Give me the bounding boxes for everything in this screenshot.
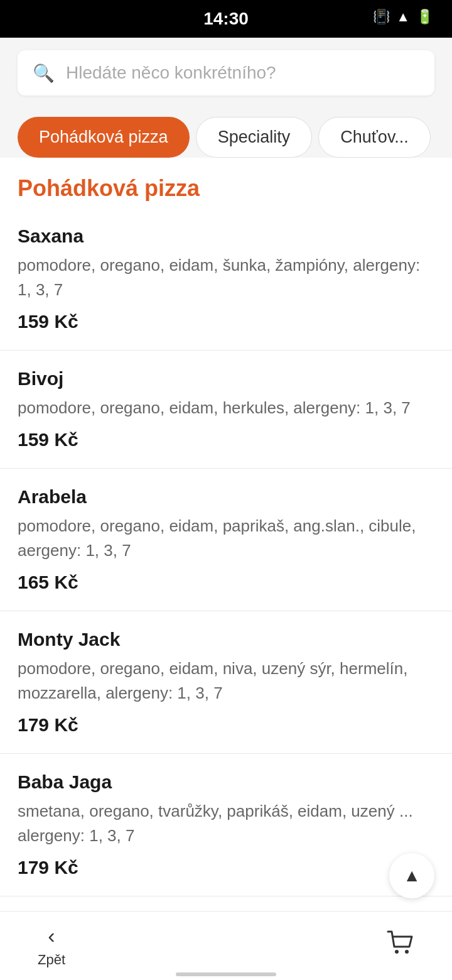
battery-icon: 🔋 xyxy=(416,9,433,25)
menu-item[interactable]: Baba Jaga smetana, oregano, tvarůžky, pa… xyxy=(0,754,452,896)
svg-point-0 xyxy=(395,950,399,954)
tab-chutova[interactable]: Chuťov... xyxy=(318,117,431,158)
wifi-icon: ▲ xyxy=(396,9,410,25)
chevron-up-icon: ▲ xyxy=(403,866,421,886)
svg-point-1 xyxy=(405,950,409,954)
item-name: Monty Jack xyxy=(18,629,434,650)
item-description: pomodore, oregano, eidam, šunka, žampión… xyxy=(18,253,434,302)
item-price: 179 Kč xyxy=(18,857,434,878)
home-indicator xyxy=(176,972,276,976)
tab-speciality[interactable]: Speciality xyxy=(196,117,313,158)
tab-pohadkova-pizza[interactable]: Pohádková pizza xyxy=(18,117,190,158)
status-time: 14:30 xyxy=(203,9,249,29)
back-label: Zpět xyxy=(38,952,65,968)
status-icons: 📳 ▲ 🔋 xyxy=(373,9,433,25)
item-name: Bivoj xyxy=(18,368,434,389)
item-price: 159 Kč xyxy=(18,311,434,332)
back-icon: ‹ xyxy=(48,923,55,948)
cart-button[interactable] xyxy=(387,930,414,961)
status-bar: 14:30 📳 ▲ 🔋 xyxy=(0,0,452,38)
search-placeholder: Hledáte něco konkrétního? xyxy=(66,63,276,83)
item-description: smetana, oregano, tvarůžky, paprikáš, ei… xyxy=(18,799,434,848)
main-content: Pohádková pizza Saxana pomodore, oregano… xyxy=(0,158,452,980)
search-bar[interactable]: 🔍 Hledáte něco konkrétního? xyxy=(18,50,434,95)
back-button[interactable]: ‹ Zpět xyxy=(38,923,65,968)
bottom-nav: ‹ Zpět xyxy=(0,911,452,980)
search-icon: 🔍 xyxy=(33,63,55,84)
menu-item[interactable]: Arabela pomodore, oregano, eidam, paprik… xyxy=(0,469,452,611)
category-tabs: Pohádková pizza Speciality Chuťov... xyxy=(0,107,452,158)
search-wrapper: 🔍 Hledáte něco konkrétního? xyxy=(0,38,452,107)
scroll-top-button[interactable]: ▲ xyxy=(389,853,434,898)
item-name: Saxana xyxy=(18,226,434,247)
item-description: pomodore, oregano, eidam, herkules, aler… xyxy=(18,396,434,420)
item-description: pomodore, oregano, eidam, niva, uzený sý… xyxy=(18,656,434,705)
menu-item[interactable]: Monty Jack pomodore, oregano, eidam, niv… xyxy=(0,611,452,754)
section-heading: Pohádková pizza xyxy=(0,158,452,208)
item-price: 179 Kč xyxy=(18,714,434,736)
item-price: 165 Kč xyxy=(18,572,434,593)
item-price: 159 Kč xyxy=(18,429,434,450)
item-description: pomodore, oregano, eidam, paprikaš, ang.… xyxy=(18,514,434,563)
menu-item[interactable]: Bivoj pomodore, oregano, eidam, herkules… xyxy=(0,351,452,469)
item-name: Arabela xyxy=(18,486,434,508)
vibrate-icon: 📳 xyxy=(373,9,390,25)
item-name: Baba Jaga xyxy=(18,771,434,793)
menu-item[interactable]: Saxana pomodore, oregano, eidam, šunka, … xyxy=(0,208,452,351)
cart-icon xyxy=(387,934,414,961)
